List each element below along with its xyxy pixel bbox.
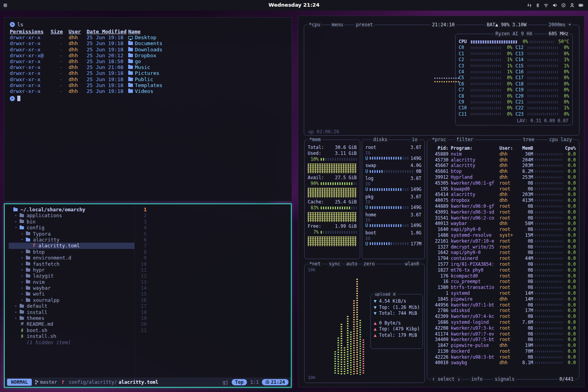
tree-item[interactable]: ▾config: [9, 225, 134, 230]
chevron-icon[interactable]: ▸: [21, 255, 26, 261]
disks-box-tag[interactable]: disks: [372, 137, 389, 143]
tree-item[interactable]: (1 hidden item): [9, 339, 134, 345]
tree-item[interactable]: ▸nvim: [9, 279, 134, 285]
status-circle-icon[interactable]: [561, 3, 566, 8]
process-row[interactable]: 2130dockerdroot70M0.0: [430, 348, 576, 354]
update-interval[interactable]: 2000ms +: [547, 22, 573, 28]
cpu-box-tag[interactable]: *cpu: [307, 22, 322, 28]
volume-icon[interactable]: [552, 3, 557, 8]
net-auto-button[interactable]: auto: [345, 261, 359, 267]
header-program[interactable]: Program:: [451, 145, 499, 151]
header-user[interactable]: User:: [499, 145, 517, 151]
app-menu-icon[interactable]: [4, 4, 7, 7]
chevron-icon[interactable]: ▸: [15, 219, 20, 225]
chevron-icon[interactable]: ▸: [15, 303, 20, 309]
process-row[interactable]: 45730alacrittydhh204M0.0: [430, 157, 576, 163]
process-row[interactable]: 42309kworker/u97:4-kcroot0B0.0: [430, 314, 576, 319]
header-memory[interactable]: MemB: [517, 145, 533, 151]
process-row[interactable]: 42226kworker/u98:3-btroot0B0.0: [430, 354, 576, 360]
process-row[interactable]: 40010swaybgdhh8.1M0.0: [430, 360, 576, 366]
code-line[interactable]: 1: [135, 207, 291, 212]
sync-arrows-icon[interactable]: [527, 3, 532, 8]
net-sync-button[interactable]: sync: [327, 261, 342, 267]
header-pid[interactable]: Pid:: [430, 145, 448, 151]
process-row[interactable]: 45667alacrittydhh203M0.0: [430, 163, 576, 169]
process-row[interactable]: 45661btopdhh8.2M0.0: [430, 169, 576, 174]
code-line[interactable]: 17: [135, 303, 291, 309]
process-row[interactable]: 43091kworker/u96:3-sdroot0B0.0: [430, 209, 576, 215]
select-control[interactable]: ↑ select ↓: [430, 376, 462, 382]
code-line[interactable]: 16: [135, 297, 291, 303]
code-line[interactable]: 18: [135, 309, 291, 315]
chevron-icon[interactable]: ▸: [21, 249, 26, 255]
code-line[interactable]: 9: [135, 255, 291, 261]
tree-item[interactable]: ▸wofi: [9, 291, 134, 297]
info-button[interactable]: info: [470, 376, 484, 382]
tree-item[interactable]: ▸xournalpp: [9, 297, 134, 303]
tree-item[interactable]: ▸waybar: [9, 285, 134, 291]
process-row[interactable]: 45305kworker/u96:1-gfroot0B0.0: [430, 180, 576, 186]
header-cpu[interactable]: Cpu%: [565, 145, 576, 151]
chevron-icon[interactable]: ▸: [21, 297, 26, 303]
process-row[interactable]: 44956kworker/u97:1-btroot0B0.0: [430, 302, 576, 308]
chevron-icon[interactable]: ▸: [15, 309, 20, 315]
code-line[interactable]: 5: [135, 231, 291, 237]
tree-item[interactable]: ▸Typora: [9, 231, 134, 237]
tree-item[interactable]: ▸install: [9, 309, 134, 315]
chevron-icon[interactable]: ▸: [21, 285, 26, 291]
code-line[interactable]: 11: [135, 267, 291, 273]
process-row[interactable]: 1847pipewire-pulsedhh19M0.0: [430, 343, 576, 348]
process-row[interactable]: 195kswapd0root0B0.0: [430, 186, 576, 192]
menu-button[interactable]: menu: [330, 22, 345, 28]
tree-item[interactable]: ▸hypr: [9, 267, 134, 273]
chevron-icon[interactable]: ▸: [21, 291, 26, 297]
chevron-icon[interactable]: ▸: [21, 261, 26, 267]
code-line[interactable]: 10: [135, 261, 291, 267]
mem-box-tag[interactable]: *mem: [308, 137, 322, 143]
code-line[interactable]: 21: [135, 327, 291, 333]
process-row[interactable]: 1686systemd-logindroot7.6M0.0: [430, 319, 576, 325]
process-row[interactable]: 34409kworker/u97:5-btroot0B0.0: [430, 337, 576, 343]
tree-item[interactable]: install.sh: [9, 333, 134, 339]
code-line[interactable]: 3: [135, 219, 291, 225]
tree-item[interactable]: ▸btop: [9, 249, 134, 255]
tree-item[interactable]: alacritty.toml: [9, 243, 134, 249]
chevron-icon[interactable]: ▸: [21, 267, 26, 273]
process-row[interactable]: 16rcu_preemptroot0B0.0: [430, 279, 576, 285]
process-row[interactable]: 176kcompactd0root0B0.0: [430, 273, 576, 279]
clock[interactable]: Wednesday 21:24: [269, 2, 319, 8]
chevron-icon[interactable]: ▾: [15, 225, 20, 230]
net-box-tag[interactable]: *net: [308, 261, 322, 267]
bluetooth-icon[interactable]: [535, 3, 540, 8]
filter-button[interactable]: filter: [455, 137, 475, 143]
tree-item[interactable]: ▸applications: [9, 212, 134, 218]
process-row[interactable]: 1380btrfs-transactioroot0B0.0: [430, 285, 576, 290]
process-row[interactable]: 1642napi/phy0-0root0B0.0: [430, 250, 576, 256]
process-row[interactable]: 40013waybardhh58M0.0: [430, 221, 576, 227]
process-row[interactable]: 45889nvimdhh36M0.0: [430, 151, 576, 157]
tree-item[interactable]: ▸environment.d: [9, 255, 134, 261]
process-row[interactable]: 1845pipewiredhh14M0.0: [430, 296, 576, 302]
tree-item[interactable]: boot.sh: [9, 327, 134, 333]
process-row[interactable]: 39912Hyprlanddhh253M0.0: [430, 174, 576, 180]
net-zero-button[interactable]: zero: [362, 261, 376, 267]
chevron-icon[interactable]: ▸: [21, 279, 26, 285]
process-row[interactable]: 1327dmcrypt_write/25root0B0.0: [430, 244, 576, 250]
code-line[interactable]: 15: [135, 291, 291, 297]
process-row[interactable]: 31541kworker/u96:2-coroot0B0.0: [430, 215, 576, 221]
process-row[interactable]: 1794containerdroot44M0.0: [430, 256, 576, 261]
process-row[interactable]: 2786udisksdroot17M0.0: [430, 308, 576, 314]
wifi-icon[interactable]: [543, 3, 549, 8]
process-row[interactable]: 1486systemd-resolvesyst+15M0.0: [430, 232, 576, 238]
battery-icon[interactable]: [578, 3, 584, 8]
tree-item[interactable]: ▸bin: [9, 219, 134, 225]
chevron-icon[interactable]: ▸: [15, 212, 20, 218]
process-row[interactable]: 1640napi/phy0-0root0B0.0: [430, 227, 576, 232]
tree-item[interactable]: ▸default: [9, 303, 134, 309]
code-line[interactable]: 12: [135, 273, 291, 279]
tree-item[interactable]: README.md: [9, 321, 134, 327]
net-interface[interactable]: wlan0: [403, 261, 421, 267]
user-icon[interactable]: [570, 3, 575, 8]
tree-item[interactable]: ▸fastfetch: [9, 261, 134, 267]
process-row[interactable]: 45414alacrittydhh203M0.0: [430, 192, 576, 198]
